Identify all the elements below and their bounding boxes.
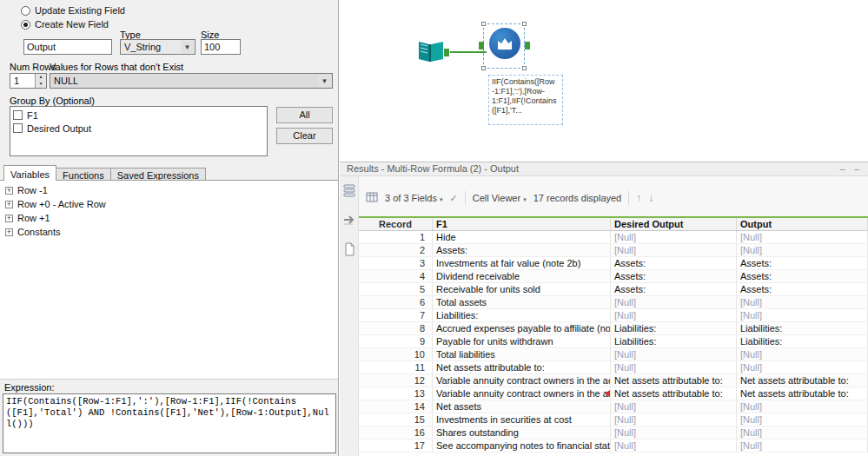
tab-saved-expressions[interactable]: Saved Expressions bbox=[110, 168, 206, 181]
table-row[interactable]: 16Shares outstanding[Null][Null] bbox=[359, 426, 868, 439]
cell-desired-output: [Null] bbox=[611, 439, 737, 452]
radio-selected-icon[interactable] bbox=[21, 20, 30, 30]
all-button[interactable]: All bbox=[276, 107, 333, 123]
tab-variables[interactable]: Variables bbox=[3, 165, 56, 181]
chevron-down-icon[interactable]: ▾ bbox=[523, 196, 527, 202]
expression-tabs: VariablesFunctionsSaved Expressions bbox=[3, 165, 205, 181]
selection-handle[interactable] bbox=[481, 22, 486, 26]
input-anchor[interactable] bbox=[479, 42, 484, 50]
table-row[interactable]: 2Assets:[Null][Null] bbox=[359, 244, 868, 257]
workflow-canvas[interactable]: IIF(Contains([Row -1:F1],':'),[Row- 1:F1… bbox=[340, 0, 868, 162]
radio-icon[interactable] bbox=[21, 6, 30, 16]
output-anchor[interactable] bbox=[525, 42, 530, 50]
checkbox-icon[interactable] bbox=[13, 123, 23, 133]
cell-f1: Hide bbox=[433, 231, 611, 243]
column-header-desired-output[interactable]: Desired Output bbox=[611, 218, 737, 230]
selection-handle[interactable] bbox=[522, 22, 527, 26]
cell-record-number: 4 bbox=[359, 270, 433, 282]
checkbox-icon[interactable] bbox=[13, 110, 23, 120]
type-select[interactable]: V_String ▼ bbox=[120, 39, 195, 55]
expression-editor[interactable]: IIF(Contains([Row-1:F1],':'),[Row-1:F1],… bbox=[3, 393, 336, 453]
tree-item-label: Row -1 bbox=[17, 185, 48, 195]
tree-item-row-1[interactable]: +Row +1 bbox=[5, 211, 338, 225]
spin-up-icon[interactable]: ▲ bbox=[36, 74, 46, 81]
chevron-down-icon[interactable]: ▾ bbox=[440, 196, 443, 202]
cell-f1: Total liabilities bbox=[433, 348, 611, 360]
table-row[interactable]: 17See accompanying notes to financial st… bbox=[359, 439, 868, 453]
table-row[interactable]: 11Net assets attributable to:[Null][Null… bbox=[359, 361, 868, 374]
cell-f1: Total assets bbox=[433, 296, 611, 308]
panel-controls-icon[interactable]: – – bbox=[840, 162, 863, 175]
tree-item-row-0-active-row[interactable]: +Row +0 - Active Row bbox=[5, 197, 338, 211]
cell-f1: Variable annuity contract owners in the … bbox=[433, 387, 611, 400]
values-for-rows-select[interactable]: NULL ▼ bbox=[50, 73, 333, 89]
selection-handle[interactable] bbox=[522, 66, 527, 70]
table-row[interactable]: 8Accrued expenses payable to affiliate (… bbox=[359, 322, 868, 335]
grid-body: 1Hide[Null][Null]2Assets:[Null][Null]3In… bbox=[359, 231, 868, 453]
column-header-f1[interactable]: F1 bbox=[433, 218, 611, 230]
results-title-bar[interactable]: Results - Multi-Row Formula (2) - Output… bbox=[340, 162, 868, 176]
cell-f1: Payable for units withdrawn bbox=[433, 335, 611, 347]
cell-record-number: 16 bbox=[359, 426, 433, 439]
scroll-up-icon[interactable]: ↑ bbox=[636, 192, 641, 204]
tree-item-row-1[interactable]: +Row -1 bbox=[5, 183, 338, 197]
table-row[interactable]: 4Dividend receivableAssets:Assets: bbox=[359, 270, 868, 283]
table-row[interactable]: 15Investments in securities at cost[Null… bbox=[359, 413, 868, 426]
metadata-doc-icon[interactable] bbox=[342, 242, 356, 256]
expand-plus-icon[interactable]: + bbox=[5, 187, 13, 195]
tab-functions[interactable]: Functions bbox=[56, 168, 111, 181]
expand-plus-icon[interactable]: + bbox=[5, 215, 13, 222]
table-row[interactable]: 3Investments at fair value (note 2b)Asse… bbox=[359, 257, 868, 270]
column-header-record[interactable]: Record bbox=[359, 218, 433, 230]
cell-output: [Null] bbox=[737, 348, 868, 360]
table-row[interactable]: 14Net assets[Null][Null] bbox=[359, 400, 868, 413]
table-row[interactable]: 5Receivable for units soldAssets:Assets: bbox=[359, 283, 868, 296]
cell-output: [Null] bbox=[737, 309, 868, 321]
text-input-tool[interactable] bbox=[416, 38, 446, 64]
radio-create-new-field[interactable]: Create New Field bbox=[21, 18, 109, 30]
tree-item-constants[interactable]: +Constants bbox=[5, 225, 338, 239]
expand-plus-icon[interactable]: + bbox=[5, 201, 13, 208]
cell-desired-output: [Null] bbox=[611, 244, 737, 256]
column-header-output[interactable]: Output bbox=[737, 218, 868, 230]
chevron-down-icon[interactable]: ▼ bbox=[318, 75, 331, 87]
tool-annotation[interactable]: IIF(Contains([Row -1:F1],':'),[Row- 1:F1… bbox=[488, 75, 563, 125]
cell-viewer-dropdown[interactable]: Cell Viewer ▾ bbox=[473, 193, 527, 203]
clear-button[interactable]: Clear bbox=[276, 128, 333, 144]
table-row[interactable]: 9Payable for units withdrawnLiabilities:… bbox=[359, 335, 868, 348]
cell-record-number: 15 bbox=[359, 413, 433, 426]
table-row[interactable]: 1Hide[Null][Null] bbox=[359, 231, 868, 244]
expand-plus-icon[interactable]: + bbox=[5, 228, 13, 236]
num-rows-stepper[interactable]: 1 ▲▼ bbox=[10, 73, 47, 89]
spin-down-icon[interactable]: ▼ bbox=[36, 81, 46, 88]
multi-row-formula-tool[interactable] bbox=[489, 28, 520, 59]
table-row[interactable]: 6Total assets[Null][Null] bbox=[359, 296, 868, 309]
table-row[interactable]: 12Variable annuity contract owners in th… bbox=[359, 374, 868, 387]
apply-check-icon[interactable]: ✓ bbox=[450, 193, 458, 204]
selection-handle[interactable] bbox=[481, 66, 486, 70]
radio-update-existing-field[interactable]: Update Existing Field bbox=[21, 4, 125, 17]
fields-grid-icon[interactable] bbox=[366, 191, 378, 205]
table-view-icon[interactable] bbox=[342, 183, 356, 197]
table-row[interactable]: 13Variable annuity contract owners in th… bbox=[359, 387, 868, 400]
scroll-down-icon[interactable]: ↓ bbox=[648, 192, 653, 204]
table-row[interactable]: 7Liabilities:[Null][Null] bbox=[359, 309, 868, 322]
table-row[interactable]: 10Total liabilities[Null][Null] bbox=[359, 348, 868, 361]
cell-output: [Null] bbox=[737, 244, 868, 256]
data-view-icon[interactable] bbox=[342, 213, 356, 227]
cell-output: [Null] bbox=[737, 426, 868, 439]
fields-dropdown[interactable]: 3 of 3 Fields ▾ bbox=[385, 193, 443, 203]
field-name-input[interactable]: Output bbox=[23, 39, 112, 55]
size-input[interactable]: 100 bbox=[201, 39, 241, 55]
output-anchor[interactable] bbox=[444, 49, 449, 56]
cell-output: Net assets attributable to: bbox=[737, 374, 868, 387]
cell-desired-output: [Null] bbox=[611, 361, 737, 373]
group-by-item[interactable]: F1 bbox=[10, 109, 267, 122]
group-by-item[interactable]: Desired Output bbox=[10, 122, 267, 135]
expression-label: Expression: bbox=[4, 382, 54, 393]
spinner-buttons[interactable]: ▲▼ bbox=[35, 74, 46, 88]
connection-line[interactable] bbox=[450, 51, 487, 53]
cell-desired-output: [Null] bbox=[611, 400, 737, 413]
cell-record-number: 11 bbox=[359, 361, 433, 373]
chevron-down-icon[interactable]: ▼ bbox=[181, 41, 194, 53]
